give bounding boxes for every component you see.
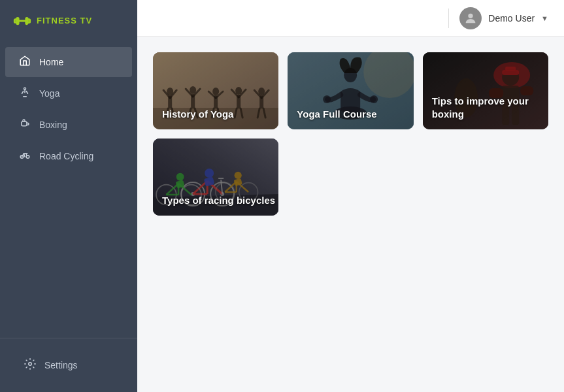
- sidebar-item-road-cycling[interactable]: Road Cycling: [5, 141, 132, 171]
- logo-text: FITNESS TV: [37, 16, 92, 26]
- nav-items: Home Yoga Boxing: [0, 42, 137, 338]
- sidebar-item-home[interactable]: Home: [5, 47, 132, 77]
- card-yoga-full-course[interactable]: Yoga Full Course: [288, 52, 413, 129]
- sidebar-item-yoga[interactable]: Yoga: [5, 78, 132, 108]
- card-types-racing-bicycles[interactable]: Types of racing bicycles: [153, 139, 278, 216]
- user-name: Demo User: [488, 13, 535, 24]
- home-icon: [18, 55, 31, 69]
- bike-icon: [18, 149, 31, 163]
- main-content: Demo User ▼: [137, 0, 564, 392]
- settings-area: Settings: [0, 338, 137, 392]
- card-history-of-yoga[interactable]: History of Yoga: [153, 52, 278, 129]
- card-label-boxing: Tips to improve your boxing: [432, 95, 548, 120]
- svg-rect-4: [27, 20, 30, 23]
- logo-area: FITNESS TV: [0, 0, 137, 42]
- sidebar-item-yoga-label: Yoga: [39, 88, 59, 99]
- yoga-icon: [18, 86, 31, 101]
- card-label-cycling: Types of racing bicycles: [162, 194, 275, 207]
- settings-icon: [24, 358, 37, 372]
- header: Demo User ▼: [137, 0, 564, 37]
- sidebar-item-settings[interactable]: Settings: [10, 350, 127, 380]
- svg-point-10: [469, 13, 473, 18]
- card-tips-boxing[interactable]: Tips to improve your boxing: [423, 52, 548, 129]
- cards-grid: History of Yoga: [153, 52, 548, 216]
- card-label-yoga-history: History of Yoga: [162, 108, 233, 121]
- card-label-yoga-full: Yoga Full Course: [297, 108, 376, 121]
- sidebar: FITNESS TV Home Yoga: [0, 0, 137, 392]
- content-area: History of Yoga: [137, 37, 564, 392]
- sidebar-item-home-label: Home: [39, 57, 63, 67]
- dumbbell-icon: [13, 12, 31, 30]
- svg-point-9: [29, 363, 32, 366]
- sidebar-item-boxing[interactable]: Boxing: [5, 110, 132, 140]
- avatar: [459, 7, 482, 29]
- chevron-down-icon: ▼: [541, 14, 548, 22]
- header-divider: [448, 8, 449, 28]
- svg-rect-6: [22, 122, 27, 126]
- user-menu[interactable]: Demo User ▼: [459, 7, 548, 29]
- boxing-icon: [18, 118, 31, 132]
- sidebar-item-road-cycling-label: Road Cycling: [39, 151, 93, 161]
- settings-label: Settings: [44, 360, 78, 370]
- sidebar-item-boxing-label: Boxing: [39, 120, 67, 130]
